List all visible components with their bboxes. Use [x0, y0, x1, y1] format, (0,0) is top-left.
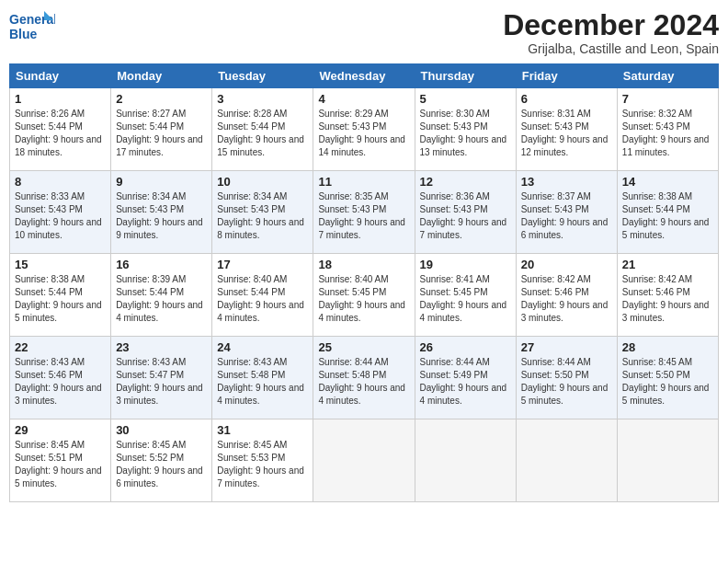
day-info: Sunrise: 8:34 AMSunset: 5:43 PMDaylight:…	[116, 190, 207, 242]
day-number: 24	[217, 340, 308, 354]
week-row-1: 1Sunrise: 8:26 AMSunset: 5:44 PMDaylight…	[10, 88, 719, 171]
day-number: 2	[116, 92, 207, 106]
day-info: Sunrise: 8:39 AMSunset: 5:44 PMDaylight:…	[116, 273, 207, 325]
day-info: Sunrise: 8:45 AMSunset: 5:50 PMDaylight:…	[622, 356, 713, 408]
calendar-cell: 12Sunrise: 8:36 AMSunset: 5:43 PMDayligh…	[415, 171, 516, 254]
day-number: 14	[622, 175, 713, 189]
calendar-cell	[516, 419, 617, 502]
day-number: 11	[318, 175, 409, 189]
calendar-cell: 23Sunrise: 8:43 AMSunset: 5:47 PMDayligh…	[111, 337, 212, 419]
calendar-table: SundayMondayTuesdayWednesdayThursdayFrid…	[9, 63, 719, 502]
calendar-cell: 20Sunrise: 8:42 AMSunset: 5:46 PMDayligh…	[516, 254, 617, 337]
calendar-cell: 4Sunrise: 8:29 AMSunset: 5:43 PMDaylight…	[313, 88, 415, 171]
day-info: Sunrise: 8:28 AMSunset: 5:44 PMDaylight:…	[217, 108, 308, 159]
calendar-cell: 22Sunrise: 8:43 AMSunset: 5:46 PMDayligh…	[10, 337, 111, 419]
day-number: 29	[15, 423, 106, 437]
day-info: Sunrise: 8:44 AMSunset: 5:48 PMDaylight:…	[318, 356, 409, 408]
day-number: 9	[116, 175, 207, 189]
day-number: 16	[116, 258, 207, 271]
header-thursday: Thursday	[415, 64, 516, 88]
calendar-cell	[313, 419, 415, 502]
day-info: Sunrise: 8:43 AMSunset: 5:46 PMDaylight:…	[15, 356, 106, 408]
day-number: 19	[420, 258, 511, 271]
day-info: Sunrise: 8:36 AMSunset: 5:43 PMDaylight:…	[420, 190, 511, 242]
calendar-cell: 18Sunrise: 8:40 AMSunset: 5:45 PMDayligh…	[313, 254, 415, 337]
day-info: Sunrise: 8:40 AMSunset: 5:44 PMDaylight:…	[217, 273, 308, 325]
day-number: 28	[622, 340, 713, 354]
day-number: 10	[217, 175, 308, 189]
calendar-cell	[415, 419, 516, 502]
calendar-cell: 27Sunrise: 8:44 AMSunset: 5:50 PMDayligh…	[516, 337, 617, 419]
calendar-cell: 21Sunrise: 8:42 AMSunset: 5:46 PMDayligh…	[617, 254, 718, 337]
day-info: Sunrise: 8:38 AMSunset: 5:44 PMDaylight:…	[622, 190, 713, 242]
logo-svg: GeneralBlue	[9, 9, 55, 42]
calendar-cell: 2Sunrise: 8:27 AMSunset: 5:44 PMDaylight…	[111, 88, 212, 171]
calendar-cell: 16Sunrise: 8:39 AMSunset: 5:44 PMDayligh…	[111, 254, 212, 337]
day-info: Sunrise: 8:35 AMSunset: 5:43 PMDaylight:…	[318, 190, 409, 242]
day-number: 20	[521, 258, 612, 271]
calendar-cell: 11Sunrise: 8:35 AMSunset: 5:43 PMDayligh…	[313, 171, 415, 254]
day-info: Sunrise: 8:45 AMSunset: 5:52 PMDaylight:…	[116, 439, 207, 490]
day-number: 15	[15, 258, 106, 271]
day-number: 7	[622, 92, 713, 106]
calendar-cell: 17Sunrise: 8:40 AMSunset: 5:44 PMDayligh…	[212, 254, 313, 337]
day-info: Sunrise: 8:42 AMSunset: 5:46 PMDaylight:…	[521, 273, 612, 325]
day-number: 31	[217, 423, 308, 437]
calendar-cell: 31Sunrise: 8:45 AMSunset: 5:53 PMDayligh…	[212, 419, 313, 502]
day-number: 1	[15, 92, 106, 106]
day-info: Sunrise: 8:31 AMSunset: 5:43 PMDaylight:…	[521, 108, 612, 159]
header-friday: Friday	[516, 64, 617, 88]
header-row: SundayMondayTuesdayWednesdayThursdayFrid…	[10, 64, 719, 88]
day-number: 22	[15, 340, 106, 354]
day-info: Sunrise: 8:37 AMSunset: 5:43 PMDaylight:…	[521, 190, 612, 242]
logo: GeneralBlue	[9, 9, 55, 42]
header-saturday: Saturday	[617, 64, 718, 88]
day-info: Sunrise: 8:43 AMSunset: 5:48 PMDaylight:…	[217, 356, 308, 408]
calendar-cell: 6Sunrise: 8:31 AMSunset: 5:43 PMDaylight…	[516, 88, 617, 171]
day-info: Sunrise: 8:29 AMSunset: 5:43 PMDaylight:…	[318, 108, 409, 159]
day-number: 13	[521, 175, 612, 189]
day-number: 21	[622, 258, 713, 271]
title-area: December 2024 Grijalba, Castille and Leo…	[503, 9, 719, 56]
calendar-cell: 13Sunrise: 8:37 AMSunset: 5:43 PMDayligh…	[516, 171, 617, 254]
week-row-4: 22Sunrise: 8:43 AMSunset: 5:46 PMDayligh…	[10, 337, 719, 419]
calendar-cell: 24Sunrise: 8:43 AMSunset: 5:48 PMDayligh…	[212, 337, 313, 419]
day-info: Sunrise: 8:43 AMSunset: 5:47 PMDaylight:…	[116, 356, 207, 408]
day-number: 26	[420, 340, 511, 354]
day-info: Sunrise: 8:27 AMSunset: 5:44 PMDaylight:…	[116, 108, 207, 159]
calendar-cell: 25Sunrise: 8:44 AMSunset: 5:48 PMDayligh…	[313, 337, 415, 419]
day-number: 4	[318, 92, 409, 106]
calendar-cell: 15Sunrise: 8:38 AMSunset: 5:44 PMDayligh…	[10, 254, 111, 337]
day-info: Sunrise: 8:33 AMSunset: 5:43 PMDaylight:…	[15, 190, 106, 242]
day-number: 17	[217, 258, 308, 271]
calendar-cell: 8Sunrise: 8:33 AMSunset: 5:43 PMDaylight…	[10, 171, 111, 254]
day-info: Sunrise: 8:45 AMSunset: 5:51 PMDaylight:…	[15, 439, 106, 490]
calendar-cell: 10Sunrise: 8:34 AMSunset: 5:43 PMDayligh…	[212, 171, 313, 254]
day-info: Sunrise: 8:38 AMSunset: 5:44 PMDaylight:…	[15, 273, 106, 325]
day-number: 12	[420, 175, 511, 189]
day-info: Sunrise: 8:26 AMSunset: 5:44 PMDaylight:…	[15, 108, 106, 159]
day-number: 6	[521, 92, 612, 106]
page-header: GeneralBlue December 2024 Grijalba, Cast…	[9, 9, 719, 56]
header-monday: Monday	[111, 64, 212, 88]
calendar-cell	[617, 419, 718, 502]
day-info: Sunrise: 8:30 AMSunset: 5:43 PMDaylight:…	[420, 108, 511, 159]
day-number: 5	[420, 92, 511, 106]
calendar-cell: 19Sunrise: 8:41 AMSunset: 5:45 PMDayligh…	[415, 254, 516, 337]
calendar-cell: 5Sunrise: 8:30 AMSunset: 5:43 PMDaylight…	[415, 88, 516, 171]
week-row-2: 8Sunrise: 8:33 AMSunset: 5:43 PMDaylight…	[10, 171, 719, 254]
calendar-cell: 9Sunrise: 8:34 AMSunset: 5:43 PMDaylight…	[111, 171, 212, 254]
svg-text:Blue: Blue	[9, 27, 38, 41]
day-info: Sunrise: 8:41 AMSunset: 5:45 PMDaylight:…	[420, 273, 511, 325]
day-info: Sunrise: 8:44 AMSunset: 5:49 PMDaylight:…	[420, 356, 511, 408]
day-info: Sunrise: 8:45 AMSunset: 5:53 PMDaylight:…	[217, 439, 308, 490]
calendar-cell: 1Sunrise: 8:26 AMSunset: 5:44 PMDaylight…	[10, 88, 111, 171]
day-number: 18	[318, 258, 409, 271]
day-number: 8	[15, 175, 106, 189]
day-number: 30	[116, 423, 207, 437]
day-number: 23	[116, 340, 207, 354]
calendar-cell: 7Sunrise: 8:32 AMSunset: 5:43 PMDaylight…	[617, 88, 718, 171]
day-info: Sunrise: 8:40 AMSunset: 5:45 PMDaylight:…	[318, 273, 409, 325]
calendar-cell: 30Sunrise: 8:45 AMSunset: 5:52 PMDayligh…	[111, 419, 212, 502]
day-info: Sunrise: 8:34 AMSunset: 5:43 PMDaylight:…	[217, 190, 308, 242]
